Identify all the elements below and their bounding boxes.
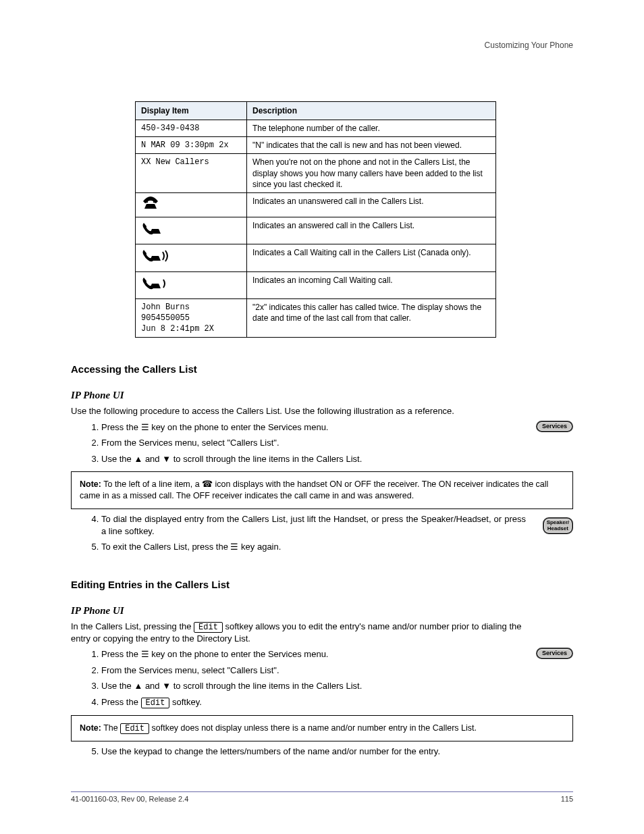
table-desc-cell: Indicates an answered call in the Caller… xyxy=(247,217,496,244)
phone-call-waiting-two-icon xyxy=(136,244,247,271)
table-display-cell: XX New Callers xyxy=(136,154,247,193)
cell-line: Jun 8 2:41pm 2X xyxy=(141,324,214,334)
step-item: Use the keypad to change the letters/num… xyxy=(101,746,573,758)
table-row: 450-349-0438 The telephone number of the… xyxy=(136,120,496,137)
table-row: Indicates an answered call in the Caller… xyxy=(136,217,496,244)
step-text: Press the ☰ key on the phone to enter th… xyxy=(101,422,328,432)
display-table: Display Item Description 450-349-0438 Th… xyxy=(135,101,496,338)
section-title: Editing Entries in the Callers List xyxy=(71,579,573,590)
cell-line: 9054550055 xyxy=(141,313,190,323)
table-display-cell: 450-349-0438 xyxy=(136,120,247,137)
table-desc-cell: "N" indicates that the call is new and h… xyxy=(247,137,496,154)
note-box: Note: The Edit softkey does not display … xyxy=(71,715,573,741)
table-display-cell: N MAR 09 3:30pm 2x xyxy=(136,137,247,154)
step-item: From the Services menu, select "Callers … xyxy=(101,437,573,449)
phone-call-waiting-one-icon xyxy=(136,271,247,298)
speaker-headset-key-icon: Speaker/Headset xyxy=(543,517,573,534)
step-item: To exit the Callers List, press the ☰ ke… xyxy=(101,541,573,553)
table-row: Indicates an incoming Call Waiting call. xyxy=(136,271,496,298)
phone-offhook-icon xyxy=(136,217,247,244)
table-desc-cell: When you're not on the phone and not in … xyxy=(247,154,496,193)
step-item: Use the ▲ and ▼ to scroll through the li… xyxy=(101,680,573,692)
step-item: Speaker/Headset To dial the displayed en… xyxy=(101,513,573,537)
note-label: Note: xyxy=(80,723,101,733)
table-desc-cell: "2x" indicates this caller has called tw… xyxy=(247,298,496,338)
running-header: Customizing Your Phone xyxy=(485,41,573,50)
step-item: Use the ▲ and ▼ to scroll through the li… xyxy=(101,453,573,465)
footer-page-number: 115 xyxy=(561,795,573,803)
ui-subtitle: IP Phone UI xyxy=(71,390,573,401)
step-item: Press the Edit softkey. xyxy=(101,696,573,708)
table-row: N MAR 09 3:30pm 2x "N" indicates that th… xyxy=(136,137,496,154)
cell-line: John Burns xyxy=(141,303,190,312)
table-row: Indicates an unanswered call in the Call… xyxy=(136,192,496,217)
table-display-cell: John Burns 9054550055 Jun 8 2:41pm 2X xyxy=(136,298,247,338)
table-desc-cell: Indicates an unanswered call in the Call… xyxy=(247,192,496,217)
table-desc-cell: Indicates a Call Waiting call in the Cal… xyxy=(247,244,496,271)
table-header-display: Display Item xyxy=(136,102,247,120)
table-desc-cell: Indicates an incoming Call Waiting call. xyxy=(247,271,496,298)
intro-paragraph: In the Callers List, pressing the Edit s… xyxy=(71,621,573,645)
table-row: John Burns 9054550055 Jun 8 2:41pm 2X "2… xyxy=(136,298,496,338)
step-text: To dial the displayed entry from the Cal… xyxy=(101,514,526,536)
phone-onhook-icon xyxy=(136,192,247,217)
footer-left: 41-001160-03, Rev 00, Release 2.4 xyxy=(71,795,188,803)
step-item: From the Services menu, select "Callers … xyxy=(101,664,573,677)
table-row: Indicates a Call Waiting call in the Cal… xyxy=(136,244,496,271)
page-footer: 41-001160-03, Rev 00, Release 2.4 115 xyxy=(71,791,573,803)
ui-subtitle: IP Phone UI xyxy=(71,605,573,617)
table-desc-cell: The telephone number of the caller. xyxy=(247,120,496,137)
note-label: Note: xyxy=(80,479,101,489)
note-box: Note: To the left of a line item, a ☎ ic… xyxy=(71,471,573,509)
services-key-icon: Services xyxy=(536,421,573,432)
edit-softkey: Edit xyxy=(194,622,223,633)
services-key-icon: Services xyxy=(536,648,573,659)
edit-softkey: Edit xyxy=(120,723,149,734)
edit-softkey: Edit xyxy=(141,698,170,708)
intro-paragraph: Use the following procedure to access th… xyxy=(71,405,573,417)
table-row: XX New Callers When you're not on the ph… xyxy=(136,154,496,193)
step-item: Services Press the ☰ key on the phone to… xyxy=(101,648,573,660)
step-item: Services Press the ☰ key on the phone to… xyxy=(101,421,573,434)
table-header-desc: Description xyxy=(247,102,496,120)
step-text: Press the ☰ key on the phone to enter th… xyxy=(101,649,328,659)
section-title: Accessing the Callers List xyxy=(71,363,573,375)
note-text: To the left of a line item, a ☎ icon dis… xyxy=(80,479,548,500)
